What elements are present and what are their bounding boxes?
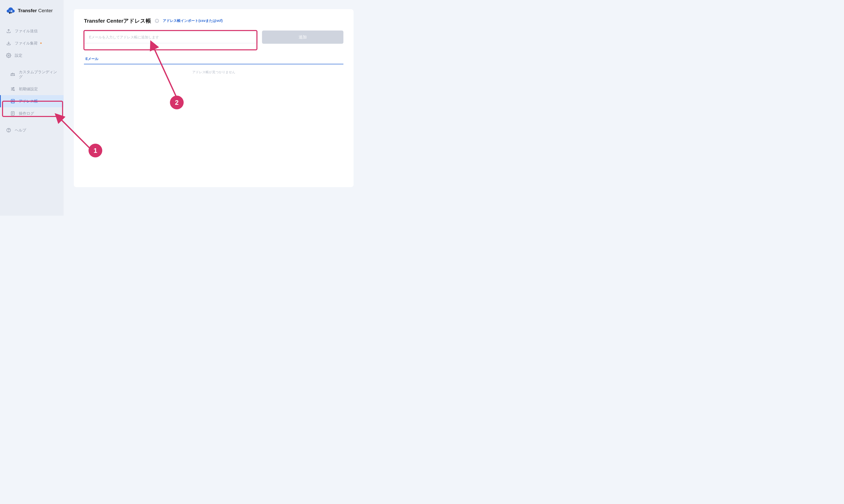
sidebar-item-collect[interactable]: ファイル集荷 ✦ — [0, 37, 64, 49]
svg-point-0 — [8, 55, 10, 56]
download-icon — [6, 41, 11, 46]
sidebar-item-branding[interactable]: カスタムブランディング — [0, 66, 64, 83]
sidebar-item-label: 操作ログ — [19, 111, 34, 116]
svg-point-5 — [12, 100, 13, 101]
svg-point-2 — [12, 89, 13, 89]
empty-message: アドレス帳が見つかりません — [84, 64, 343, 80]
logo-text: Transfer Center — [18, 8, 53, 14]
gear-icon — [6, 53, 11, 58]
svg-point-3 — [14, 90, 14, 91]
import-link[interactable]: アドレス帳インポート(csvまたはvcf) — [163, 19, 222, 23]
add-row: 追加 — [84, 31, 343, 44]
table-header-email: Eメール — [86, 57, 98, 61]
sidebar: Transfer Center ファイル送信 ファイル集荷 ✦ 設定 — [0, 0, 64, 216]
star-badge-icon: ✦ — [40, 41, 42, 45]
cloud-transfer-icon — [6, 6, 15, 15]
sidebar-item-send[interactable]: ファイル送信 — [0, 25, 64, 37]
sidebar-item-defaults[interactable]: 初期値設定 — [0, 83, 64, 95]
crown-icon — [10, 72, 15, 77]
main-content: Transfer Centerアドレス帳 アドレス帳インポート(csvまたはvc… — [64, 0, 361, 216]
address-book-panel: Transfer Centerアドレス帳 アドレス帳インポート(csvまたはvc… — [74, 9, 354, 187]
help-icon — [6, 128, 11, 133]
sliders-icon — [10, 87, 15, 92]
sidebar-item-label: ファイル送信 — [15, 29, 38, 34]
panel-title: Transfer Centerアドレス帳 — [84, 17, 151, 24]
sidebar-item-help[interactable]: ヘルプ — [0, 124, 64, 136]
sidebar-item-label: アドレス帳 — [19, 99, 38, 104]
address-book-icon — [10, 99, 15, 104]
add-button[interactable]: 追加 — [262, 31, 343, 44]
svg-point-1 — [13, 87, 14, 88]
sidebar-item-logs[interactable]: 操作ログ — [0, 107, 64, 120]
email-input[interactable] — [85, 32, 257, 42]
sidebar-item-address-book[interactable]: アドレス帳 — [0, 95, 64, 107]
table-header: Eメール — [84, 54, 343, 64]
sidebar-item-label: 初期値設定 — [19, 87, 38, 92]
sidebar-item-label: ファイル集荷 — [15, 41, 38, 46]
document-icon — [10, 111, 15, 116]
sidebar-item-settings[interactable]: 設定 — [0, 49, 64, 61]
panel-header: Transfer Centerアドレス帳 アドレス帳インポート(csvまたはvc… — [84, 17, 343, 24]
sidebar-item-label: ヘルプ — [15, 128, 26, 133]
upload-icon — [6, 29, 11, 34]
logo: Transfer Center — [0, 6, 64, 20]
sidebar-item-label: 設定 — [15, 53, 22, 58]
email-input-container — [84, 31, 258, 44]
sidebar-item-label: カスタムブランディング — [19, 70, 57, 79]
sidebar-nav: ファイル送信 ファイル集荷 ✦ 設定 カスタムブランディング — [0, 25, 64, 136]
info-icon[interactable] — [155, 19, 159, 23]
